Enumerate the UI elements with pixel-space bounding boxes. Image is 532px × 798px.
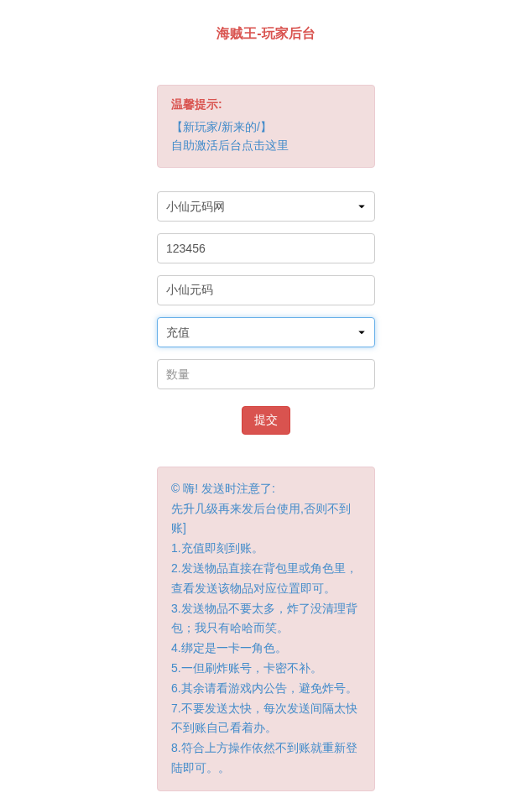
info-line-3: 2.发送物品直接在背包里或角色里，查看发送该物品对应位置即可。 bbox=[171, 559, 361, 599]
action-select[interactable]: 充值 bbox=[157, 317, 375, 347]
info-line-1: 先升几级再来发后台使用,否则不到账] bbox=[171, 499, 361, 540]
tip-alert: 温馨提示: 【新玩家/新来的/】 自助激活后台点击这里 bbox=[157, 85, 375, 168]
site-select[interactable]: 小仙元码网 bbox=[157, 191, 375, 222]
submit-button[interactable]: 提交 bbox=[242, 406, 290, 435]
info-line-0: © 嗨! 发送时注意了: bbox=[171, 479, 361, 499]
info-line-9: 8.符合上方操作依然不到账就重新登陆即可。。 bbox=[171, 738, 361, 779]
info-line-5: 4.绑定是一卡一角色。 bbox=[171, 639, 361, 659]
page-title: 海贼王-玩家后台 bbox=[216, 25, 315, 43]
alert-line2: 自助激活后台点击这里 bbox=[171, 138, 289, 152]
id-input[interactable] bbox=[157, 233, 375, 263]
info-line-4: 3.发送物品不要太多，炸了没清理背包；我只有哈哈而笑。 bbox=[171, 599, 361, 639]
main-container: 温馨提示: 【新玩家/新来的/】 自助激活后台点击这里 小仙元码网 充值 提交 … bbox=[157, 85, 375, 791]
info-line-2: 1.充值即刻到账。 bbox=[171, 539, 361, 559]
submit-wrapper: 提交 bbox=[157, 406, 375, 435]
alert-heading: 温馨提示: bbox=[171, 97, 361, 112]
quantity-input[interactable] bbox=[157, 359, 375, 389]
info-line-6: 5.一但刷炸账号，卡密不补。 bbox=[171, 659, 361, 679]
alert-line1: 【新玩家/新来的/】 bbox=[171, 120, 272, 133]
info-box: © 嗨! 发送时注意了: 先升几级再来发后台使用,否则不到账] 1.充值即刻到账… bbox=[157, 467, 375, 791]
info-line-7: 6.其余请看游戏内公告，避免炸号。 bbox=[171, 679, 361, 699]
alert-activation-link[interactable]: 【新玩家/新来的/】 自助激活后台点击这里 bbox=[171, 117, 361, 155]
name-input[interactable] bbox=[157, 275, 375, 305]
info-line-8: 7.不要发送太快，每次发送间隔太快不到账自己看着办。 bbox=[171, 699, 361, 739]
